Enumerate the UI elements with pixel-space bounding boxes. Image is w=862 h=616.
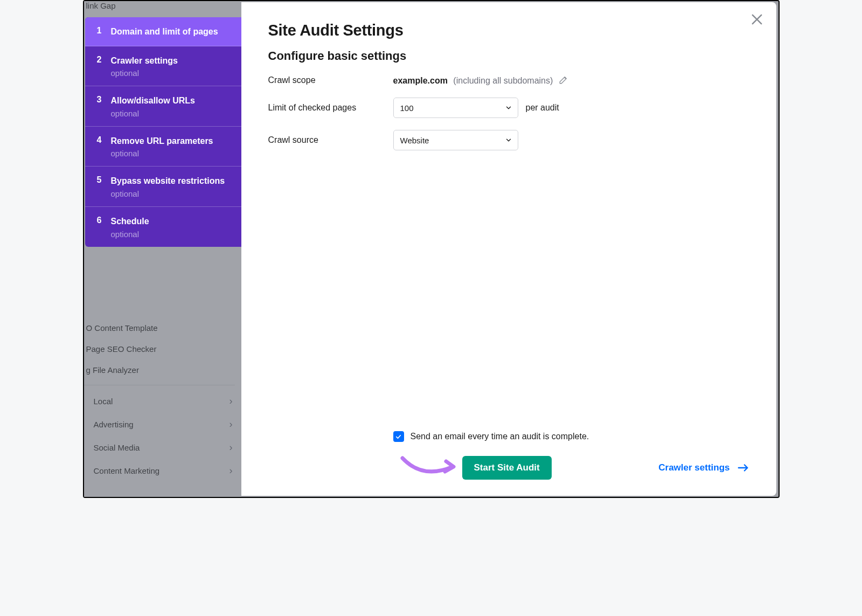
- wizard-step-4[interactable]: 4Remove URL parametersoptional: [85, 127, 241, 167]
- step-title: Allow/disallow URLs: [111, 95, 232, 107]
- label-crawl-scope: Crawl scope: [268, 75, 393, 85]
- action-row: Start Site Audit Crawler settings: [393, 456, 749, 480]
- step-title: Domain and limit of pages: [111, 26, 232, 38]
- next-crawler-settings-link[interactable]: Crawler settings: [658, 462, 749, 473]
- step-optional-label: optional: [111, 189, 232, 198]
- step-optional-label: optional: [111, 230, 232, 239]
- step-body: Allow/disallow URLsoptional: [111, 95, 232, 118]
- wizard-step-2[interactable]: 2Crawler settingsoptional: [85, 46, 241, 87]
- checkbox-email-notify[interactable]: [393, 431, 404, 442]
- scope-domain: example.com: [393, 76, 448, 85]
- step-title: Remove URL parameters: [111, 135, 232, 147]
- pencil-icon: [559, 75, 568, 85]
- step-optional-label: optional: [111, 149, 232, 158]
- step-body: Remove URL parametersoptional: [111, 135, 232, 158]
- step-number: 5: [97, 175, 111, 185]
- chevron-down-icon: [505, 104, 512, 112]
- step-optional-label: optional: [111, 109, 232, 118]
- select-value: 100: [400, 103, 414, 113]
- check-icon: [395, 433, 402, 440]
- annotation-arrow-icon: [400, 454, 459, 477]
- value-crawl-scope: example.com (including all subdomains): [393, 75, 568, 86]
- close-icon: [749, 12, 764, 27]
- modal-footer: Send an email every time an audit is com…: [268, 431, 749, 480]
- step-number: 6: [97, 216, 111, 225]
- edit-scope-button[interactable]: [559, 75, 568, 85]
- step-body: Bypass website restrictionsoptional: [111, 175, 232, 198]
- step-title: Schedule: [111, 216, 232, 227]
- step-number: 1: [97, 26, 111, 36]
- email-notify-row: Send an email every time an audit is com…: [393, 431, 749, 442]
- select-value: Website: [400, 136, 429, 145]
- label-page-limit: Limit of checked pages: [268, 103, 393, 113]
- step-number: 3: [97, 95, 111, 105]
- settings-modal: Site Audit Settings Configure basic sett…: [241, 2, 776, 496]
- step-body: Crawler settingsoptional: [111, 55, 232, 78]
- step-title: Bypass website restrictions: [111, 175, 232, 187]
- next-link-label: Crawler settings: [658, 462, 729, 473]
- chevron-down-icon: [505, 136, 512, 144]
- label-crawl-source: Crawl source: [268, 135, 393, 145]
- wizard-step-5[interactable]: 5Bypass website restrictionsoptional: [85, 167, 241, 207]
- wizard-step-3[interactable]: 3Allow/disallow URLsoptional: [85, 86, 241, 127]
- start-audit-button[interactable]: Start Site Audit: [462, 456, 552, 480]
- per-audit-label: per audit: [526, 103, 559, 113]
- arrow-right-icon: [738, 463, 749, 472]
- wizard-steps: 1Domain and limit of pages2Crawler setti…: [85, 17, 241, 247]
- row-crawl-scope: Crawl scope example.com (including all s…: [268, 75, 749, 86]
- modal-title: Site Audit Settings: [268, 22, 749, 39]
- email-notify-label: Send an email every time an audit is com…: [411, 432, 589, 441]
- wizard-step-6[interactable]: 6Scheduleoptional: [85, 207, 241, 247]
- step-title: Crawler settings: [111, 55, 232, 67]
- step-body: Domain and limit of pages: [111, 26, 232, 38]
- modal-subtitle: Configure basic settings: [268, 49, 749, 63]
- step-optional-label: optional: [111, 68, 232, 78]
- close-button[interactable]: [749, 12, 764, 27]
- row-page-limit: Limit of checked pages 100 per audit: [268, 98, 749, 118]
- select-crawl-source[interactable]: Website: [393, 130, 518, 150]
- step-number: 2: [97, 55, 111, 65]
- scope-extra: (including all subdomains): [453, 76, 553, 85]
- step-number: 4: [97, 135, 111, 145]
- step-body: Scheduleoptional: [111, 216, 232, 239]
- wizard-step-1[interactable]: 1Domain and limit of pages: [85, 17, 241, 46]
- select-page-limit[interactable]: 100: [393, 98, 518, 118]
- row-crawl-source: Crawl source Website: [268, 130, 749, 150]
